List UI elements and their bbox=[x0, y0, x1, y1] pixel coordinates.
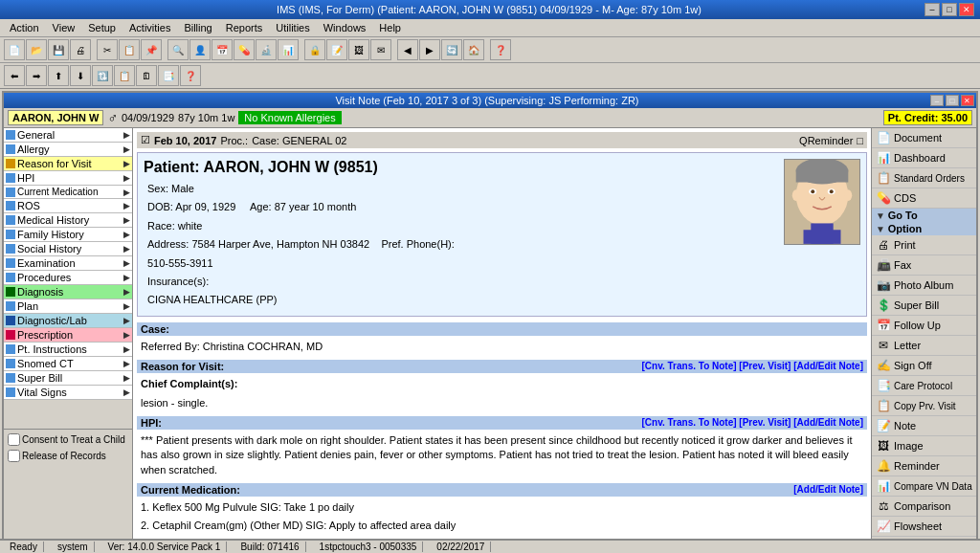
sidebar-item-examination[interactable]: Examination ▶ bbox=[4, 256, 132, 271]
release-checkbox[interactable] bbox=[8, 450, 20, 462]
tb-new[interactable]: 📄 bbox=[4, 39, 25, 60]
sidebar-item-social-history[interactable]: Social History ▶ bbox=[4, 242, 132, 256]
rp-follow-up[interactable]: 📅 Follow Up bbox=[872, 316, 976, 336]
rp-dashboard[interactable]: 📊 Dashboard bbox=[872, 148, 976, 168]
sign-off-icon: ✍ bbox=[876, 358, 891, 373]
reason-actions[interactable]: [Cnv. Trans. To Note] [Prev. Visit] [Add… bbox=[642, 361, 864, 371]
rp-letter[interactable]: ✉ Letter bbox=[872, 336, 976, 356]
visit-maximize[interactable]: □ bbox=[946, 95, 959, 106]
tb-image[interactable]: 🖼 bbox=[348, 39, 369, 60]
patient-heading: Patient: AARON, JOHN W (9851) bbox=[144, 159, 776, 176]
sidebar-item-diagnostic-lab[interactable]: Diagnostic/Lab ▶ bbox=[4, 314, 132, 328]
menu-activities[interactable]: Activities bbox=[123, 21, 176, 34]
date-checkbox[interactable]: ☑ bbox=[141, 134, 150, 146]
rp-comparison[interactable]: ⚖ Comparison bbox=[872, 497, 976, 517]
rp-care-protocol[interactable]: 📑 Care Protocol bbox=[872, 376, 976, 396]
tb-lab[interactable]: 🔬 bbox=[256, 39, 277, 60]
menu-help[interactable]: Help bbox=[373, 21, 407, 34]
sidebar-item-family-history[interactable]: Family History ▶ bbox=[4, 228, 132, 242]
menu-view[interactable]: View bbox=[47, 21, 81, 34]
close-button[interactable]: ✕ bbox=[959, 3, 974, 16]
tb-rx[interactable]: 💊 bbox=[234, 39, 255, 60]
consent-checkbox[interactable] bbox=[8, 433, 20, 446]
sidebar-item-ros[interactable]: ROS ▶ bbox=[4, 199, 132, 213]
menu-action[interactable]: Action bbox=[4, 21, 45, 34]
tb-open[interactable]: 📂 bbox=[26, 39, 47, 60]
tb-paste[interactable]: 📌 bbox=[141, 39, 162, 60]
tb-help[interactable]: ❓ bbox=[490, 39, 511, 60]
rp-photo-album[interactable]: 📷 Photo Album bbox=[872, 276, 976, 296]
tb-patient[interactable]: 👤 bbox=[189, 39, 211, 60]
rp-print[interactable]: 🖨 Print bbox=[872, 235, 976, 255]
tb2-btn1[interactable]: ⬅ bbox=[4, 65, 25, 86]
tb2-btn8[interactable]: 📑 bbox=[158, 65, 179, 86]
tb-cut[interactable]: ✂ bbox=[97, 39, 118, 60]
sidebar-item-hpi[interactable]: HPI ▶ bbox=[4, 171, 132, 186]
chief-complaint-label: Chief Complaint(s): bbox=[137, 375, 867, 393]
rp-super-bill[interactable]: 💲 Super Bill bbox=[872, 296, 976, 316]
sidebar-item-reason[interactable]: Reason for Visit ▶ bbox=[4, 157, 132, 171]
tb2-btn7[interactable]: 🗓 bbox=[136, 65, 157, 86]
visit-close[interactable]: ✕ bbox=[961, 95, 974, 106]
tb-refresh[interactable]: 🔄 bbox=[441, 39, 462, 60]
sidebar-icon-examination bbox=[6, 258, 15, 268]
tb-mail[interactable]: ✉ bbox=[370, 39, 391, 60]
hpi-actions[interactable]: [Cnv. Trans. To Note] [Prev. Visit] [Add… bbox=[642, 417, 864, 428]
tb-copy[interactable]: 📋 bbox=[119, 39, 140, 60]
maximize-button[interactable]: □ bbox=[942, 3, 957, 16]
tb-note[interactable]: 📝 bbox=[326, 39, 347, 60]
tb2-btn5[interactable]: 🔃 bbox=[92, 65, 113, 86]
tb-schedule[interactable]: 📅 bbox=[212, 39, 233, 60]
tb2-btn6[interactable]: 📋 bbox=[114, 65, 135, 86]
tb2-btn2[interactable]: ➡ bbox=[26, 65, 47, 86]
tb2-btn3[interactable]: ⬆ bbox=[48, 65, 69, 86]
sidebar-item-medical-history[interactable]: Medical History ▶ bbox=[4, 213, 132, 228]
minimize-button[interactable]: – bbox=[924, 3, 940, 16]
tb-lock[interactable]: 🔒 bbox=[304, 39, 325, 60]
sidebar-item-pt-instructions[interactable]: Pt. Instructions ▶ bbox=[4, 343, 132, 357]
rp-fax[interactable]: 📠 Fax bbox=[872, 255, 976, 276]
rp-standard-orders[interactable]: 📋 Standard Orders bbox=[872, 168, 976, 188]
sidebar-item-diagnosis[interactable]: Diagnosis ▶ bbox=[4, 285, 132, 299]
rp-option-section[interactable]: ▼ Option bbox=[872, 222, 976, 235]
rp-copy-prev-visit[interactable]: 📋 Copy Prv. Visit bbox=[872, 396, 976, 416]
tb-home[interactable]: 🏠 bbox=[463, 39, 484, 60]
sidebar-item-allergy[interactable]: Allergy ▶ bbox=[4, 143, 132, 157]
menu-billing[interactable]: Billing bbox=[178, 21, 217, 34]
rp-document[interactable]: 📄 Document bbox=[872, 128, 976, 148]
medication-actions[interactable]: [Add/Edit Note] bbox=[793, 484, 863, 495]
tb-back[interactable]: ◀ bbox=[397, 39, 418, 60]
sidebar-item-super-bill[interactable]: Super Bill ▶ bbox=[4, 371, 132, 386]
rp-goto-section[interactable]: ▼ Go To bbox=[872, 209, 976, 222]
sidebar-arrow-plan: ▶ bbox=[123, 301, 130, 311]
tb2-btn9[interactable]: ❓ bbox=[180, 65, 201, 86]
sidebar-item-procedures[interactable]: Procedures ▶ bbox=[4, 271, 132, 285]
tb-search[interactable]: 🔍 bbox=[167, 39, 189, 60]
rp-image[interactable]: 🖼 Image bbox=[872, 436, 976, 456]
sidebar-label-diagnosis: Diagnosis bbox=[17, 286, 63, 298]
sidebar-item-prescription[interactable]: Prescription ▶ bbox=[4, 328, 132, 343]
tb-save[interactable]: 💾 bbox=[48, 39, 69, 60]
tb-chart[interactable]: 📊 bbox=[278, 39, 299, 60]
rp-cds[interactable]: 💊 CDS bbox=[872, 188, 976, 209]
rp-note[interactable]: 📝 Note bbox=[872, 416, 976, 436]
sidebar-item-snomed[interactable]: Snomed CT ▶ bbox=[4, 357, 132, 371]
sidebar-item-vital-signs[interactable]: Vital Signs ▶ bbox=[4, 386, 132, 400]
rp-flowsheet[interactable]: 📈 Flowsheet bbox=[872, 517, 976, 537]
reminder-checkbox[interactable]: □ bbox=[857, 135, 863, 146]
menu-utilities[interactable]: Utilities bbox=[270, 21, 315, 34]
tb-print[interactable]: 🖨 bbox=[70, 39, 91, 60]
visit-minimize[interactable]: – bbox=[930, 95, 944, 106]
menu-windows[interactable]: Windows bbox=[318, 21, 372, 34]
qreminder-link[interactable]: QReminder bbox=[799, 135, 853, 146]
rp-sign-off[interactable]: ✍ Sign Off bbox=[872, 356, 976, 376]
sidebar-item-general[interactable]: General ▶ bbox=[4, 128, 132, 143]
menu-reports[interactable]: Reports bbox=[220, 21, 269, 34]
tb2-btn4[interactable]: ⬇ bbox=[70, 65, 91, 86]
rp-compare-vn[interactable]: 📊 Compare VN Data bbox=[872, 476, 976, 497]
sidebar-item-plan[interactable]: Plan ▶ bbox=[4, 299, 132, 314]
sidebar-item-medication[interactable]: Current Medication ▶ bbox=[4, 186, 132, 199]
tb-forward[interactable]: ▶ bbox=[419, 39, 440, 60]
rp-reminder[interactable]: 🔔 Reminder bbox=[872, 456, 976, 476]
menu-setup[interactable]: Setup bbox=[82, 21, 122, 34]
